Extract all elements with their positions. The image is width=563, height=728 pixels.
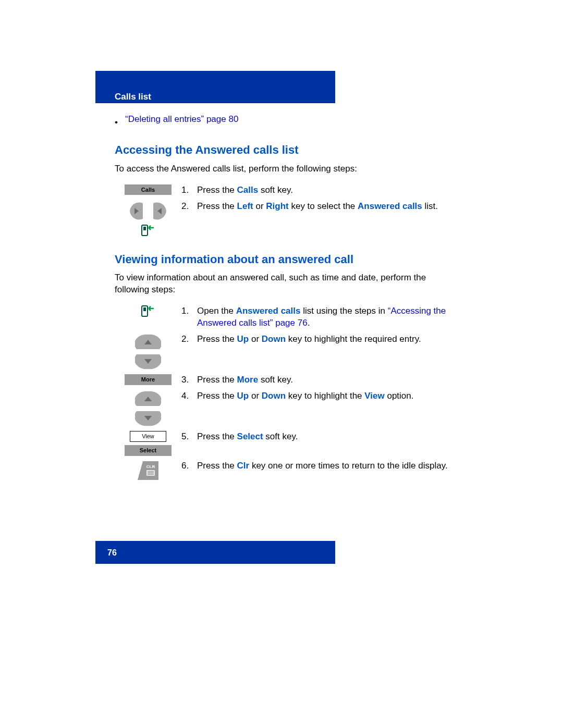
intro-viewing: To view information about an answered ca… (115, 272, 454, 296)
step-row: 4. Press the Up or Down key to highlight… (115, 390, 454, 427)
step-row: 2. Press the Left or Right key to select… (115, 201, 454, 236)
step-row: Calls 1. Press the Calls soft key. (115, 184, 454, 196)
keyword: Up (237, 391, 249, 401)
keyword: Left (237, 201, 253, 211)
step-row: 1. Open the Answered calls list using th… (115, 305, 454, 329)
heading-accessing: Accessing the Answered calls list (115, 142, 454, 158)
calls-softkey-chip: Calls (125, 184, 172, 195)
keyword: Clr (237, 461, 250, 471)
left-right-key-icon (127, 201, 169, 221)
up-down-key-icon (135, 390, 161, 427)
up-down-key-icon (135, 334, 161, 370)
step-number: 2. (181, 334, 192, 346)
step-row: View Select 5. Press the Select soft key… (115, 431, 454, 456)
keyword: Answered calls (358, 201, 422, 211)
clr-key-icon: CLR (137, 460, 160, 481)
keyword: More (237, 375, 259, 385)
step-text: Press the More soft key. (197, 374, 454, 386)
step-text: Press the Clr key one or more times to r… (197, 460, 454, 472)
section-accessing: Accessing the Answered calls list To acc… (115, 142, 454, 236)
footer-bar (95, 541, 335, 564)
svg-rect-1 (143, 227, 146, 230)
intro-accessing: To access the Answered calls list, perfo… (115, 163, 454, 175)
bullet-item: “Deleting all entries” page 80 (115, 114, 454, 129)
step-number: 1. (181, 305, 192, 329)
keyword: Calls (237, 185, 259, 195)
heading-viewing: Viewing information about an answered ca… (115, 252, 454, 267)
answered-call-icon (141, 305, 155, 317)
step-row: More 3. Press the More soft key. (115, 374, 454, 386)
page-number: 76 (107, 547, 117, 559)
step-number: 4. (181, 390, 192, 402)
step-number: 5. (181, 431, 192, 443)
keyword: Select (237, 431, 263, 441)
step-row: 2. Press the Up or Down key to highlight… (115, 334, 454, 370)
bullet-dot (115, 114, 118, 129)
step-text: Press the Calls soft key. (197, 184, 454, 196)
svg-rect-3 (143, 307, 146, 311)
keyword: Right (266, 201, 288, 211)
step-number: 1. (181, 184, 192, 196)
svg-text:CLR: CLR (146, 464, 155, 469)
step-number: 3. (181, 374, 192, 386)
select-softkey-chip: Select (125, 445, 172, 456)
step-text: Press the Left or Right key to select th… (197, 201, 454, 213)
keyword: Answered calls (236, 306, 301, 316)
answered-call-icon (141, 225, 155, 236)
step-text: Open the Answered calls list using the s… (197, 305, 454, 329)
step-text: Press the Up or Down key to highlight th… (197, 390, 454, 402)
keyword: Up (237, 334, 249, 344)
step-row: CLR 6. Press the Clr key one or more tim… (115, 460, 454, 481)
view-chip: View (130, 431, 166, 442)
page-content: “Deleting all entries” page 80 Accessing… (115, 114, 454, 497)
more-softkey-chip: More (125, 374, 172, 385)
section-header-label: Calls list (115, 91, 151, 103)
keyword: View (364, 391, 384, 401)
step-text: Press the Up or Down key to highlight th… (197, 334, 454, 346)
xref-link[interactable]: “Deleting all entries” page 80 (125, 114, 238, 129)
keyword: Down (262, 391, 286, 401)
step-number: 6. (181, 460, 192, 472)
step-number: 2. (181, 201, 192, 213)
section-viewing: Viewing information about an answered ca… (115, 252, 454, 481)
keyword: Down (262, 334, 286, 344)
step-text: Press the Select soft key. (197, 431, 454, 443)
